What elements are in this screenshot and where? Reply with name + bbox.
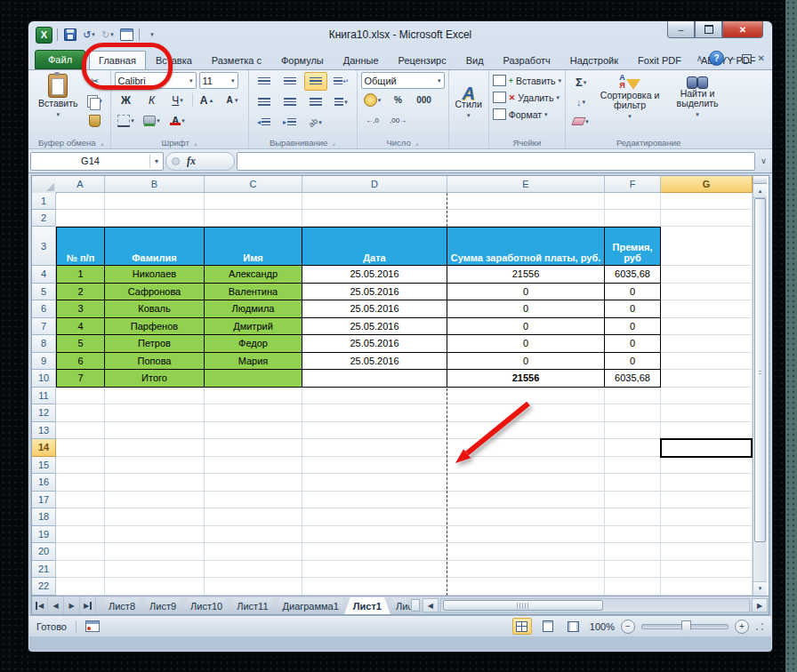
- column-header-A[interactable]: A: [56, 176, 105, 193]
- sort-filter-button[interactable]: АЯ Сортировка и фильтр ▾: [595, 72, 664, 123]
- tab-4[interactable]: Формулы: [271, 51, 334, 69]
- table-cell[interactable]: [302, 370, 447, 388]
- page-layout-view-button[interactable]: [538, 618, 558, 635]
- table-cell[interactable]: 3: [56, 300, 105, 318]
- table-cell[interactable]: Мария: [205, 353, 302, 371]
- table-cell[interactable]: [205, 370, 302, 388]
- horizontal-scrollbar-thumb[interactable]: [443, 600, 603, 611]
- underline-button[interactable]: Ч▾: [166, 91, 189, 109]
- align-middle-button[interactable]: [278, 72, 302, 91]
- table-cell[interactable]: 0: [605, 318, 661, 336]
- table-cell[interactable]: 25.05.2016: [302, 266, 447, 284]
- last-sheet-button[interactable]: ▶: [80, 596, 96, 614]
- tab-file[interactable]: Файл: [35, 50, 85, 69]
- dialog-launcher-icon[interactable]: ⌟: [332, 139, 335, 147]
- namebox-caret-icon[interactable]: ▾: [150, 157, 163, 165]
- format-cells-button[interactable]: Формат▾: [493, 106, 548, 123]
- page-break-view-button[interactable]: [564, 618, 584, 635]
- number-format-combo[interactable]: Общий▾: [361, 72, 445, 89]
- sheet-tab-3[interactable]: Лист10: [181, 598, 231, 614]
- italic-button[interactable]: К: [141, 91, 164, 109]
- resize-grip[interactable]: [755, 622, 764, 631]
- font-size-combo[interactable]: 11▾: [199, 72, 238, 89]
- table-cell[interactable]: Итого: [105, 370, 205, 388]
- sheet-tab-7[interactable]: Лис: [387, 598, 413, 614]
- table-cell[interactable]: Попова: [105, 353, 205, 371]
- comma-format-button[interactable]: 000: [413, 91, 436, 109]
- table-cell[interactable]: 2: [56, 284, 105, 301]
- table-cell[interactable]: 7: [56, 370, 105, 388]
- qat-customize-button[interactable]: ▾: [144, 27, 160, 43]
- table-cell[interactable]: 21556: [447, 266, 605, 284]
- decrease-font-button[interactable]: А▼: [221, 91, 245, 109]
- table-cell[interactable]: 25.05.2016: [302, 300, 447, 318]
- horizontal-scrollbar[interactable]: [440, 598, 750, 612]
- wrap-text-button[interactable]: ↵: [330, 72, 353, 91]
- column-header-G[interactable]: G: [661, 176, 753, 193]
- table-header-cell[interactable]: Сумма заработной платы, руб.: [447, 227, 605, 266]
- fill-button[interactable]: ↓▾: [569, 92, 592, 111]
- font-color-button[interactable]: А▾: [166, 111, 189, 130]
- align-top-button[interactable]: [253, 72, 276, 91]
- table-cell[interactable]: 21556: [447, 370, 605, 388]
- tab-10[interactable]: Foxit PDF: [628, 51, 691, 69]
- table-cell[interactable]: Федор: [205, 335, 302, 353]
- row-header-4[interactable]: 4: [32, 266, 56, 284]
- excel-logo-icon[interactable]: X: [36, 27, 52, 44]
- table-cell[interactable]: Николаев: [105, 266, 205, 284]
- autosum-button[interactable]: Σ▾: [569, 73, 592, 92]
- row-header-19[interactable]: 19: [32, 526, 56, 544]
- decrease-indent-button[interactable]: ◂: [253, 113, 276, 132]
- table-header-cell[interactable]: Фамилия: [105, 227, 205, 266]
- increase-font-button[interactable]: А▲: [196, 91, 219, 109]
- table-cell[interactable]: 0: [447, 300, 605, 318]
- table-cell[interactable]: 6035,68: [605, 370, 661, 388]
- maximize-button[interactable]: [695, 21, 722, 38]
- table-cell[interactable]: 6: [56, 353, 105, 371]
- row-header-10[interactable]: 10: [32, 370, 56, 388]
- table-cell[interactable]: 1: [56, 266, 105, 284]
- delete-cells-button[interactable]: ✕Удалить▾: [493, 89, 560, 106]
- table-cell[interactable]: 0: [605, 300, 661, 318]
- scroll-right-button[interactable]: ▶: [752, 598, 768, 612]
- row-header-20[interactable]: 20: [32, 543, 56, 561]
- row-header-5[interactable]: 5: [32, 284, 56, 301]
- table-header-cell[interactable]: № п/п: [56, 227, 105, 266]
- sheet-tab-4[interactable]: Лист11: [228, 598, 277, 614]
- macro-record-icon[interactable]: [85, 620, 100, 632]
- sheet-tab-6[interactable]: Лист1: [344, 597, 390, 614]
- table-header-cell[interactable]: Премия, руб: [605, 227, 661, 266]
- row-header-15[interactable]: 15: [32, 457, 56, 475]
- dialog-launcher-icon[interactable]: ⌟: [101, 139, 104, 147]
- scroll-up-button[interactable]: ▴: [753, 184, 767, 198]
- table-cell[interactable]: 25.05.2016: [302, 318, 447, 336]
- tab-8[interactable]: Разработч: [494, 51, 560, 69]
- sheet-tab-2[interactable]: Лист9: [141, 598, 185, 614]
- row-header-21[interactable]: 21: [32, 561, 56, 579]
- workbook-minimize-icon[interactable]: –: [730, 53, 736, 63]
- table-view-button[interactable]: [118, 27, 134, 43]
- save-button[interactable]: [62, 27, 78, 43]
- vertical-scrollbar[interactable]: ▴▾: [753, 176, 767, 596]
- increase-indent-button[interactable]: ▸: [278, 113, 302, 132]
- tab-7[interactable]: Вид: [456, 51, 494, 69]
- row-header-1[interactable]: 1: [32, 193, 56, 210]
- sheet-tab-1[interactable]: Лист8: [100, 598, 144, 614]
- row-header-17[interactable]: 17: [32, 492, 56, 509]
- table-cell[interactable]: 25.05.2016: [302, 284, 447, 301]
- styles-button[interactable]: A Стили ▾: [453, 87, 485, 122]
- scrollbar-split-handle[interactable]: [753, 176, 767, 184]
- table-cell[interactable]: Коваль: [105, 300, 205, 318]
- find-select-button[interactable]: Найти и выделить ▾: [667, 72, 728, 121]
- clear-button[interactable]: ▾: [569, 112, 592, 131]
- table-cell[interactable]: 0: [447, 335, 605, 353]
- next-sheet-button[interactable]: ▶: [64, 596, 80, 614]
- row-header-3[interactable]: 3: [32, 227, 56, 266]
- table-cell[interactable]: Петров: [105, 335, 205, 353]
- row-header-6[interactable]: 6: [32, 300, 56, 318]
- minimize-button[interactable]: –: [667, 21, 695, 38]
- table-cell[interactable]: 0: [447, 318, 605, 336]
- tab-split-handle[interactable]: [411, 599, 420, 612]
- table-cell[interactable]: Сафронова: [105, 284, 205, 301]
- vertical-scrollbar-thumb[interactable]: [754, 198, 766, 542]
